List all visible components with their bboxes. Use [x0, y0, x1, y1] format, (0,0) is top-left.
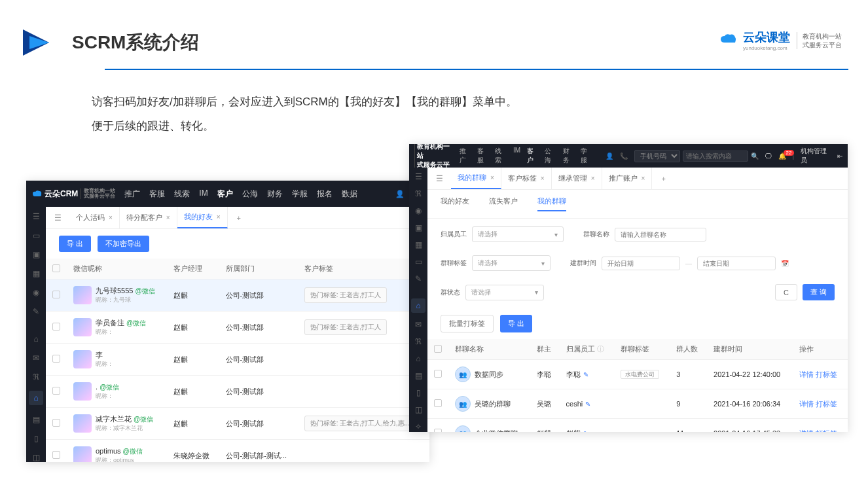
sr-1[interactable]: ℜ — [413, 188, 424, 199]
tabs-menu-icon[interactable]: ☰ — [434, 173, 444, 184]
filter-employee[interactable]: 请选择▾ — [472, 226, 564, 242]
nav-公海[interactable]: 公海 — [242, 188, 258, 200]
table-row[interactable]: 九号球5555 @微信昵称：九号球 赵麒 公司-测试部 热门标签: 王老吉,打工… — [46, 279, 429, 312]
side-icon-7[interactable]: ✉ — [31, 353, 41, 363]
close-icon[interactable]: × — [591, 175, 595, 182]
side-icon-8[interactable]: ℜ — [31, 372, 41, 382]
side-icon-2[interactable]: ▣ — [31, 250, 41, 260]
role-label[interactable]: 机构管理员 — [801, 147, 831, 165]
collapse-icon[interactable]: ⇤ — [837, 152, 842, 160]
detail-link[interactable]: 详情 — [799, 400, 814, 408]
nav-线索[interactable]: 线索 — [174, 188, 190, 200]
nav-客服[interactable]: 客服 — [477, 147, 488, 165]
user-icon[interactable]: 👤 — [395, 190, 405, 198]
sr-2[interactable]: ◉ — [413, 206, 424, 216]
detail-link[interactable]: 详情 — [799, 429, 814, 433]
filter-status[interactable]: 请选择▾ — [465, 285, 544, 300]
subtab-我的好友[interactable]: 我的好友 — [441, 196, 469, 211]
sr-7[interactable]: ✉ — [413, 319, 424, 330]
export-plain-button[interactable]: 不加密导出 — [98, 236, 149, 252]
select-all-checkbox[interactable] — [52, 264, 60, 272]
tab-继承管理[interactable]: 继承管理× — [552, 168, 602, 189]
row-checkbox[interactable] — [52, 419, 60, 427]
row-checkbox[interactable] — [52, 323, 60, 331]
tab-待分配客户[interactable]: 待分配客户× — [120, 207, 177, 228]
nav-客服[interactable]: 客服 — [149, 188, 165, 200]
query-button[interactable]: 查 询 — [803, 284, 835, 300]
monitor-icon[interactable]: 🖵 — [765, 152, 772, 160]
calendar-icon[interactable]: 📅 — [781, 260, 789, 267]
export-button[interactable]: 导 出 — [500, 315, 532, 332]
bell-icon[interactable]: 🔔22 — [778, 152, 786, 160]
nav-IM[interactable]: IM — [513, 147, 520, 165]
table-row[interactable]: 减字木兰花 @微信昵称：减字木兰花 赵麒 公司-测试部 热门标签: 王老吉,打工… — [46, 408, 429, 440]
table-row[interactable]: 学员备注 @微信昵称： 赵麒 公司-测试部 热门标签: 王老吉,打工人 — [46, 312, 429, 344]
select-all-checkbox[interactable] — [434, 345, 442, 353]
side-icon-1[interactable]: ▭ — [31, 231, 41, 241]
tag-link[interactable]: 打标签 — [816, 429, 837, 433]
filter-date-end[interactable] — [697, 257, 776, 270]
subtab-流失客户[interactable]: 流失客户 — [489, 196, 518, 211]
close-icon[interactable]: × — [541, 175, 545, 182]
sr-8[interactable]: ℜ — [413, 336, 424, 347]
table-row[interactable]: 👥吴璐的群聊 吴璐 ceshi✎ 9 2021-04-16 20:06:34 详… — [427, 389, 848, 419]
tab-个人活码[interactable]: 个人活码× — [69, 207, 120, 228]
reset-button[interactable]: C — [775, 284, 797, 300]
row-checkbox[interactable] — [434, 399, 442, 407]
table-row[interactable]: 👥数据同步 李聪 李聪✎ 水电费公司 3 2021-04-22 12:40:00… — [427, 360, 848, 389]
side-icon-active[interactable]: ⌂ — [29, 391, 43, 405]
search-type-select[interactable]: 手机号码 — [634, 150, 680, 162]
nav-报名[interactable]: 报名 — [317, 188, 333, 200]
info-icon[interactable]: ⓘ — [597, 345, 604, 353]
tab-add[interactable]: + — [230, 214, 247, 222]
side-icon-3[interactable]: ▦ — [31, 268, 41, 278]
nav-数据[interactable]: 数据 — [342, 188, 357, 200]
nav-推广[interactable]: 推广 — [460, 147, 471, 165]
subtab-我的群聊[interactable]: 我的群聊 — [537, 196, 566, 211]
side-icon-4[interactable]: ◉ — [31, 287, 41, 297]
edit-icon[interactable]: ✎ — [585, 401, 590, 408]
user-icon[interactable]: 👤 — [606, 152, 613, 160]
tab-我的好友[interactable]: 我的好友× — [177, 207, 228, 228]
nav-线索[interactable]: 线索 — [495, 147, 506, 165]
menu-icon[interactable]: ☰ — [31, 212, 41, 222]
tabs-menu-icon[interactable]: ☰ — [52, 213, 63, 223]
tag-link[interactable]: 打标签 — [816, 400, 837, 408]
phone-icon[interactable]: 📞 — [620, 152, 628, 160]
tab-add[interactable]: + — [655, 175, 672, 183]
export-button[interactable]: 导 出 — [59, 236, 91, 252]
nav-学服[interactable]: 学服 — [581, 147, 592, 165]
side-icon-10[interactable]: ▯ — [31, 433, 41, 443]
row-checkbox[interactable] — [52, 355, 60, 363]
search-icon[interactable]: 🔍 — [751, 152, 759, 160]
side-icon-5[interactable]: ✎ — [31, 306, 41, 316]
table-row[interactable]: optimus @微信昵称：optimus 朱晓婷企微 公司-测试部-测试... — [46, 440, 429, 463]
side-icon-6[interactable]: ⌂ — [31, 334, 41, 344]
sr-3[interactable]: ▣ — [413, 223, 424, 233]
nav-客户[interactable]: 客户 — [527, 147, 538, 165]
edit-icon[interactable]: ✎ — [583, 430, 588, 433]
tag-link[interactable]: 打标签 — [816, 370, 837, 378]
side-icon-9[interactable]: ▤ — [31, 414, 41, 424]
close-icon[interactable]: × — [217, 213, 221, 221]
batch-tag-button[interactable]: 批量打标签 — [441, 315, 494, 332]
search-input[interactable] — [683, 151, 748, 162]
nav-客户[interactable]: 客户 — [217, 188, 233, 200]
row-checkbox[interactable] — [52, 387, 60, 395]
side-icon-11[interactable]: ◫ — [31, 452, 41, 462]
tab-推广账户[interactable]: 推广账户× — [602, 168, 653, 189]
sr-4[interactable]: ▦ — [413, 240, 424, 250]
table-row[interactable]: . @微信昵称： 赵麒 公司-测试部 — [46, 376, 429, 408]
nav-IM[interactable]: IM — [199, 188, 208, 200]
table-row[interactable]: 👥企业微信群聊 赵麒 赵麒✎ 11 2021-04-16 17:45:33 详情… — [427, 419, 848, 433]
close-icon[interactable]: × — [166, 214, 170, 221]
nav-学服[interactable]: 学服 — [292, 188, 308, 200]
sr-10[interactable]: ▤ — [413, 370, 424, 381]
edit-icon[interactable]: ✎ — [583, 371, 588, 378]
sr-13[interactable]: ✧ — [413, 421, 424, 432]
sr-active[interactable]: ⌂ — [411, 298, 425, 313]
close-icon[interactable]: × — [642, 175, 645, 182]
filter-groupname[interactable] — [615, 228, 706, 241]
menu-icon[interactable]: ☰ — [413, 171, 424, 182]
nav-公海[interactable]: 公海 — [545, 147, 556, 165]
